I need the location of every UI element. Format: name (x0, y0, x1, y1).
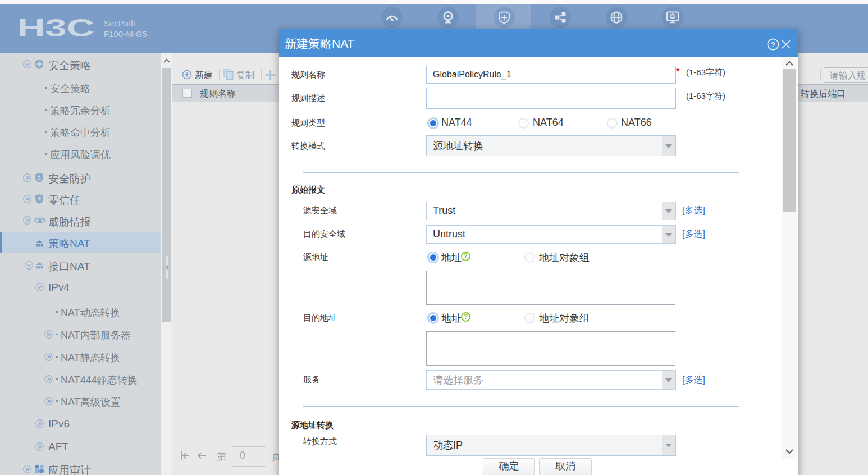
svg-text:?: ? (771, 40, 775, 49)
